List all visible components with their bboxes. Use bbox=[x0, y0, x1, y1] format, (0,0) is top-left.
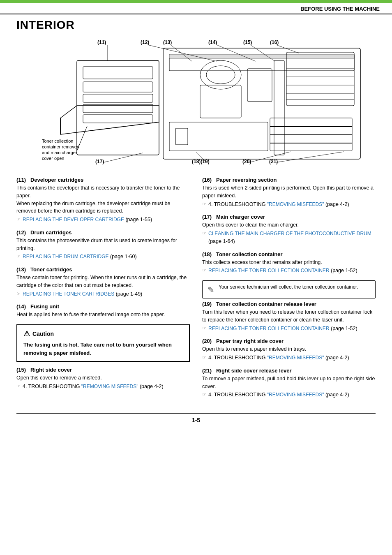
svg-rect-29 bbox=[247, 69, 272, 102]
section-11: (11) Developer cartridges This contains … bbox=[16, 177, 190, 224]
svg-line-49 bbox=[104, 153, 143, 162]
header-title: BEFORE USING THE MACHINE bbox=[0, 3, 392, 14]
svg-text:(11): (11) bbox=[97, 39, 106, 45]
caution-title: ⚠ Caution bbox=[23, 329, 183, 338]
svg-rect-23 bbox=[163, 48, 360, 159]
link-15[interactable]: "REMOVING MISFEEDS" bbox=[81, 384, 138, 389]
svg-line-22 bbox=[77, 126, 87, 151]
note-box: ✎ Your service technician will collect t… bbox=[202, 280, 376, 298]
svg-rect-10 bbox=[77, 60, 159, 155]
section-20-body: Open this to remove a paper misfeed in t… bbox=[202, 345, 376, 362]
ref-icon-18: ☞ bbox=[202, 267, 206, 274]
link-12[interactable]: REPLACING THE DRUM CARTRIDGE bbox=[23, 254, 109, 259]
note-icon: ✎ bbox=[208, 285, 214, 295]
diagram-area: (11) (12) (13) (14) (15) (16) (17) (18)(… bbox=[16, 36, 376, 173]
section-14: (14) Fusing unit Heat is applied here to… bbox=[16, 303, 190, 319]
svg-rect-31 bbox=[286, 52, 354, 106]
section-14-title: (14) Fusing unit bbox=[16, 303, 190, 310]
diagram-svg: (11) (12) (13) (14) (15) (16) (17) (18)(… bbox=[19, 36, 373, 173]
svg-marker-16 bbox=[60, 106, 159, 134]
section-19-body: Turn this lever when you need to release… bbox=[202, 308, 376, 332]
caution-triangle-icon: ⚠ bbox=[23, 329, 30, 338]
svg-text:(15): (15) bbox=[243, 39, 252, 45]
svg-text:(21): (21) bbox=[269, 159, 278, 164]
link-13[interactable]: REPLACING THE TONER CARTRIDGES bbox=[23, 291, 114, 297]
ref-icon-16: ☞ bbox=[202, 201, 206, 208]
caution-box: ⚠ Caution The fusing unit is hot. Take c… bbox=[16, 324, 190, 362]
link-16[interactable]: "REMOVING MISFEEDS" bbox=[267, 201, 324, 207]
section-12-body: This contains the photosensitive drum th… bbox=[16, 237, 190, 261]
section-16-title: (16) Paper reversing section bbox=[202, 177, 376, 183]
svg-text:(16): (16) bbox=[270, 39, 279, 45]
link-17[interactable]: CLEANING THE MAIN CHARGER OF THE PHOTOCO… bbox=[208, 231, 371, 236]
svg-text:container removed: container removed bbox=[42, 144, 79, 149]
section-12: (12) Drum cartridges This contains the p… bbox=[16, 229, 190, 261]
section-11-body: This contains the developer that is nece… bbox=[16, 184, 190, 224]
section-17-title: (17) Main charger cover bbox=[202, 214, 376, 220]
svg-rect-25 bbox=[169, 54, 354, 58]
svg-rect-38 bbox=[175, 128, 188, 145]
link-19[interactable]: REPLACING THE TONER COLLECTION CONTAINER bbox=[208, 326, 330, 331]
svg-rect-42 bbox=[270, 143, 352, 143]
svg-rect-30 bbox=[274, 60, 284, 155]
section-13-title: (13) Toner cartridges bbox=[16, 266, 190, 273]
section-21: (21) Right side cover release lever To r… bbox=[202, 368, 376, 399]
link-20[interactable]: "REMOVING MISFEEDS" bbox=[267, 355, 324, 361]
svg-rect-40 bbox=[270, 126, 352, 127]
svg-text:cover open: cover open bbox=[42, 156, 64, 161]
header-bar bbox=[0, 0, 392, 3]
link-21[interactable]: "REMOVING MISFEEDS" bbox=[267, 392, 324, 398]
section-15-body: Open this cover to remove a misfeed. ☞ 4… bbox=[16, 374, 190, 391]
ref-icon-13: ☞ bbox=[16, 290, 21, 297]
caution-body: The fusing unit is hot. Take care not to… bbox=[23, 341, 183, 357]
svg-line-47 bbox=[250, 45, 275, 61]
ref-icon-11: ☞ bbox=[16, 216, 21, 223]
svg-text:(17): (17) bbox=[95, 159, 104, 164]
description-columns: (11) Developer cartridges This contains … bbox=[16, 177, 376, 405]
ref-icon-17: ☞ bbox=[202, 230, 206, 237]
svg-point-27 bbox=[206, 66, 235, 84]
link-18[interactable]: REPLACING THE TONER COLLECTION CONTAINER bbox=[208, 268, 330, 273]
svg-rect-28 bbox=[200, 85, 241, 118]
section-15: (15) Right side cover Open this cover to… bbox=[16, 367, 190, 391]
link-11[interactable]: REPLACING THE DEVELOPER CARTRIDGE bbox=[23, 217, 124, 222]
section-21-title: (21) Right side cover release lever bbox=[202, 368, 376, 374]
section-20-title: (20) Paper tray right side cover bbox=[202, 338, 376, 344]
section-17-body: Open this cover to clean the main charge… bbox=[202, 221, 376, 245]
svg-line-46 bbox=[217, 45, 256, 61]
section-14-body: Heat is applied here to fuse the transfe… bbox=[16, 311, 190, 319]
svg-rect-11 bbox=[83, 67, 153, 79]
svg-text:(14): (14) bbox=[208, 39, 217, 45]
section-21-body: To remove a paper misfeed, pull and hold… bbox=[202, 375, 376, 399]
section-13-body: These contain toner for printing. When t… bbox=[16, 274, 190, 298]
svg-rect-41 bbox=[270, 134, 352, 135]
note-text: Your service technician will collect the… bbox=[219, 284, 358, 290]
section-16: (16) Paper reversing section This is use… bbox=[202, 177, 376, 208]
left-column: (11) Developer cartridges This contains … bbox=[16, 177, 190, 405]
svg-text:(13): (13) bbox=[163, 39, 172, 45]
ref-icon-12: ☞ bbox=[16, 253, 21, 260]
section-13: (13) Toner cartridges These contain tone… bbox=[16, 266, 190, 298]
section-17: (17) Main charger cover Open this cover … bbox=[202, 214, 376, 245]
section-18-body: This collects excess toner that remains … bbox=[202, 259, 376, 275]
section-19: (19) Toner collection container release … bbox=[202, 301, 376, 332]
svg-line-44 bbox=[148, 45, 217, 61]
caution-label: Caution bbox=[32, 331, 54, 337]
section-11-title: (11) Developer cartridges bbox=[16, 177, 190, 183]
right-column: (16) Paper reversing section This is use… bbox=[202, 177, 376, 405]
section-20: (20) Paper tray right side cover Open th… bbox=[202, 338, 376, 362]
ref-icon-15: ☞ bbox=[16, 383, 21, 390]
svg-line-48 bbox=[276, 45, 299, 53]
section-18-title: (18) Toner collection container bbox=[202, 251, 376, 257]
svg-text:(20): (20) bbox=[242, 159, 251, 164]
section-12-title: (12) Drum cartridges bbox=[16, 229, 190, 236]
section-18: (18) Toner collection container This col… bbox=[202, 251, 376, 275]
svg-line-52 bbox=[276, 152, 344, 162]
ref-icon-20: ☞ bbox=[202, 354, 206, 361]
ref-icon-21: ☞ bbox=[202, 391, 206, 398]
svg-text:Toner collection: Toner collection bbox=[42, 139, 73, 143]
svg-text:(12): (12) bbox=[141, 39, 149, 45]
page-main-title: INTERIOR bbox=[16, 18, 376, 32]
svg-rect-12 bbox=[83, 82, 153, 92]
svg-text:and main charger: and main charger bbox=[42, 150, 77, 155]
